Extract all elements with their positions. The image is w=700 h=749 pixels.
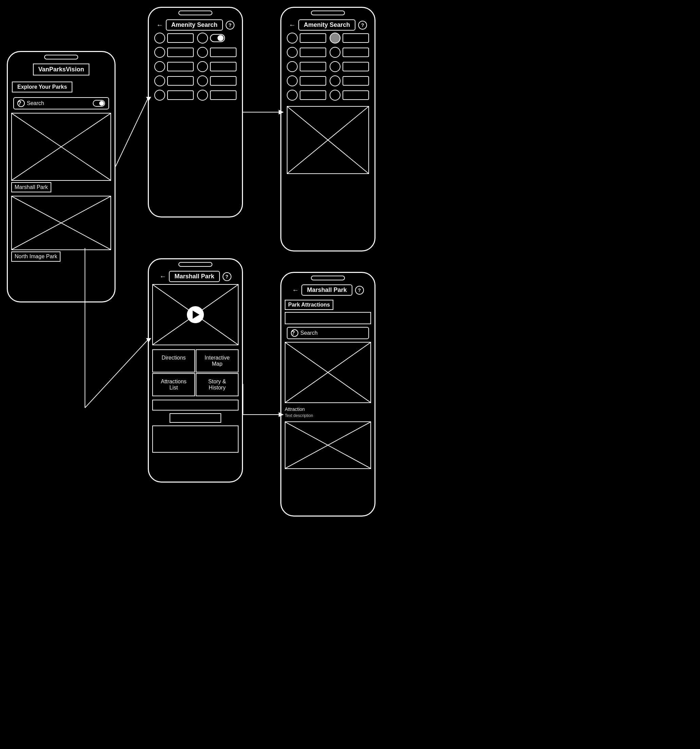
amenity-item-4a[interactable] bbox=[154, 75, 194, 86]
attraction-title: Attraction bbox=[281, 406, 374, 413]
north-image-park-item[interactable]: North Image Park bbox=[11, 196, 111, 262]
toggle-1b[interactable] bbox=[210, 34, 225, 42]
amenity-label-3-4a bbox=[300, 76, 326, 86]
play-button[interactable] bbox=[187, 306, 204, 323]
park-attractions-title: Park Attractions bbox=[285, 300, 333, 310]
amenity-circle-3-4b bbox=[330, 75, 341, 86]
phone-notch-4 bbox=[179, 262, 212, 267]
search-bar[interactable]: ? Search bbox=[13, 97, 109, 109]
svg-line-15 bbox=[85, 340, 148, 408]
amenity-label-2a bbox=[167, 47, 194, 57]
back-arrow-4[interactable]: ← bbox=[159, 272, 166, 280]
amenity-row-3 bbox=[149, 61, 242, 72]
svg-line-12 bbox=[116, 99, 148, 167]
amenity-item-3-4b[interactable] bbox=[330, 75, 369, 86]
amenity-item-3-5b[interactable] bbox=[330, 90, 369, 101]
back-arrow-2[interactable]: ← bbox=[156, 21, 163, 29]
marshall-park-item[interactable]: Marshall Park bbox=[11, 113, 111, 193]
amenity-item-3a[interactable] bbox=[154, 61, 194, 72]
back-arrow-3[interactable]: ← bbox=[289, 21, 296, 29]
search-toggle[interactable] bbox=[93, 100, 105, 107]
amenity-label-3-3a bbox=[300, 62, 326, 71]
amenity-circle-3-2b bbox=[330, 47, 341, 58]
amenity-item-2b[interactable] bbox=[197, 47, 237, 58]
attractions-banner bbox=[285, 312, 371, 324]
phone-header-3: ← Amenity Search ? bbox=[281, 17, 374, 33]
search-label-attractions: Search bbox=[300, 330, 365, 336]
amenity-item-3b[interactable] bbox=[197, 61, 237, 72]
amenity-row-3-5 bbox=[281, 90, 374, 101]
phone-notch-2 bbox=[179, 11, 212, 15]
amenity-item-5a[interactable] bbox=[154, 90, 194, 101]
amenity-item-3-3a[interactable] bbox=[287, 61, 326, 72]
amenity-label-3b bbox=[210, 62, 237, 71]
directions-btn[interactable]: Directions bbox=[152, 349, 195, 373]
amenity-label-3-4b bbox=[342, 76, 369, 86]
amenity-item-3-2a[interactable] bbox=[287, 47, 326, 58]
amenity-search-title-1: Amenity Search bbox=[166, 19, 223, 31]
phone-main: VanParksVision Explore Your Parks ? Sear… bbox=[7, 51, 116, 303]
marshall-park-title-2: Marshall Park bbox=[301, 284, 352, 296]
amenity-row-3-4 bbox=[281, 75, 374, 86]
marshall-park-label: Marshall Park bbox=[11, 182, 51, 193]
amenity-label-3-3b bbox=[342, 62, 369, 71]
amenity-item-3-1a[interactable] bbox=[287, 33, 326, 43]
nav-grid: Directions Interactive Map Attractions L… bbox=[152, 349, 238, 396]
amenity-item-3-3b[interactable] bbox=[330, 61, 369, 72]
app-title: VanParksVision bbox=[33, 64, 90, 75]
phone-notch-5 bbox=[311, 276, 345, 280]
phone-notch bbox=[44, 55, 78, 60]
amenity-circle-3-3a bbox=[287, 61, 298, 72]
amenity-label-5b bbox=[210, 90, 237, 100]
amenity-item-5b[interactable] bbox=[197, 90, 237, 101]
amenity-label-4a bbox=[167, 76, 194, 86]
attractions-list-btn[interactable]: Attractions List bbox=[152, 373, 195, 396]
phone-attractions: ← Marshall Park ? Park Attractions ? Sea… bbox=[280, 272, 376, 517]
amenity-label-3-1b bbox=[342, 33, 369, 43]
amenity-label-2b bbox=[210, 47, 237, 57]
phone-header-4: ← Marshall Park ? bbox=[149, 269, 242, 284]
amenity-label-3-2a bbox=[300, 47, 326, 57]
amenity-row-3-1 bbox=[281, 33, 374, 43]
attractions-search[interactable]: ? Search bbox=[287, 327, 369, 339]
help-icon-4[interactable]: ? bbox=[223, 272, 231, 281]
help-icon-5[interactable]: ? bbox=[355, 286, 364, 295]
amenity-item-3-1b[interactable] bbox=[330, 33, 369, 43]
amenity-circle-3-5a bbox=[287, 90, 298, 101]
amenity-item-1a[interactable] bbox=[154, 33, 194, 43]
amenity-item-2a[interactable] bbox=[154, 47, 194, 58]
amenity-item-1b[interactable] bbox=[197, 33, 237, 43]
amenity-circle-3-5b bbox=[330, 90, 341, 101]
amenity-label-3-1a bbox=[300, 33, 326, 43]
amenity-item-4b[interactable] bbox=[197, 75, 237, 86]
interactive-map-btn[interactable]: Interactive Map bbox=[196, 349, 238, 373]
amenity-label-3-5a bbox=[300, 90, 326, 100]
help-icon-2[interactable]: ? bbox=[226, 21, 234, 29]
help-icon-3[interactable]: ? bbox=[358, 21, 367, 29]
amenity-item-3-2b[interactable] bbox=[330, 47, 369, 58]
back-arrow-5[interactable]: ← bbox=[292, 286, 299, 294]
bottom-rect-1 bbox=[152, 400, 238, 411]
help-icon: ? bbox=[17, 99, 25, 107]
help-icon-search: ? bbox=[291, 329, 298, 337]
story-history-btn[interactable]: Story & History bbox=[196, 373, 238, 396]
amenity-circle-2b bbox=[197, 47, 208, 58]
search-label: Search bbox=[27, 100, 91, 106]
amenity-row-5 bbox=[149, 90, 242, 101]
play-triangle-icon bbox=[193, 310, 199, 319]
amenity-circle-3b bbox=[197, 61, 208, 72]
bottom-rects bbox=[152, 400, 238, 452]
amenity-row-1 bbox=[149, 33, 242, 43]
amenity-row-2 bbox=[149, 47, 242, 58]
amenity-item-3-4a[interactable] bbox=[287, 75, 326, 86]
amenity-circle-1b bbox=[197, 33, 208, 43]
amenity-circle-3-2a bbox=[287, 47, 298, 58]
amenity-label-3-2b bbox=[342, 47, 369, 57]
amenity-circle-4a bbox=[154, 75, 165, 86]
amenity-circle-5a bbox=[154, 90, 165, 101]
amenity-item-3-5a[interactable] bbox=[287, 90, 326, 101]
bottom-rect-small bbox=[170, 413, 221, 423]
phone-marshall-detail: ← Marshall Park ? Directions Interactive… bbox=[148, 258, 243, 483]
bottom-rect-wide bbox=[152, 425, 238, 452]
marshall-park-image bbox=[11, 113, 111, 181]
